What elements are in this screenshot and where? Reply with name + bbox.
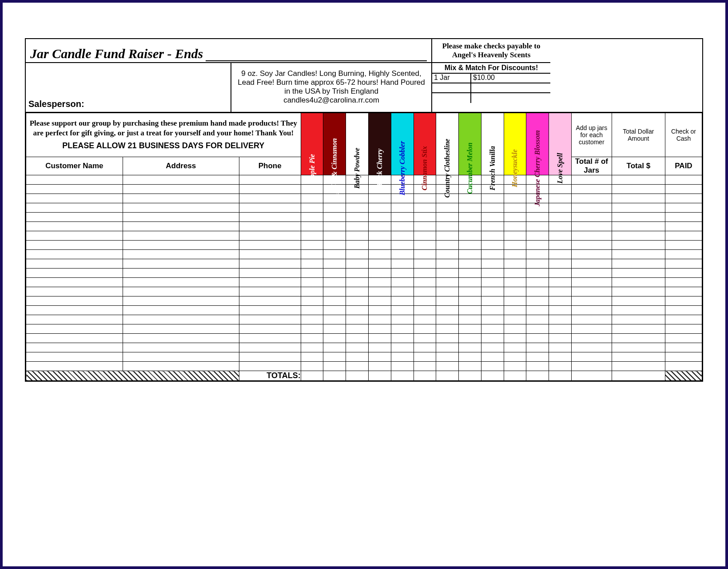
cell[interactable] xyxy=(436,315,459,324)
cell[interactable] xyxy=(301,306,323,315)
totals-cell[interactable] xyxy=(346,371,369,381)
totals-cell[interactable] xyxy=(612,371,665,381)
cell[interactable] xyxy=(526,296,549,306)
cell[interactable] xyxy=(26,185,123,194)
cell[interactable] xyxy=(504,213,526,222)
cell[interactable] xyxy=(571,278,612,287)
cell[interactable] xyxy=(665,296,702,306)
cell[interactable] xyxy=(301,241,323,250)
cell[interactable] xyxy=(346,334,369,343)
cell[interactable] xyxy=(481,278,504,287)
cell[interactable] xyxy=(504,287,526,296)
cell[interactable] xyxy=(239,334,301,343)
cell[interactable] xyxy=(571,306,612,315)
cell[interactable] xyxy=(481,324,504,334)
cell[interactable] xyxy=(436,269,459,278)
cell[interactable] xyxy=(26,222,123,231)
cell[interactable] xyxy=(549,213,572,222)
cell[interactable] xyxy=(301,315,323,324)
cell[interactable] xyxy=(26,315,123,324)
totals-cell[interactable] xyxy=(549,371,572,381)
cell[interactable] xyxy=(346,194,369,203)
table-row[interactable] xyxy=(26,315,702,324)
cell[interactable] xyxy=(481,250,504,259)
cell[interactable] xyxy=(549,352,572,362)
cell[interactable] xyxy=(549,315,572,324)
cell[interactable] xyxy=(459,213,481,222)
cell[interactable] xyxy=(239,343,301,352)
cell[interactable] xyxy=(323,203,346,213)
cell[interactable] xyxy=(346,213,369,222)
cell[interactable] xyxy=(123,222,239,231)
cell[interactable] xyxy=(571,203,612,213)
table-row[interactable] xyxy=(26,278,702,287)
cell[interactable] xyxy=(391,203,414,213)
cell[interactable] xyxy=(436,324,459,334)
cell[interactable] xyxy=(459,269,481,278)
cell[interactable] xyxy=(123,269,239,278)
table-row[interactable] xyxy=(26,343,702,352)
cell[interactable] xyxy=(414,278,436,287)
table-row[interactable] xyxy=(26,194,702,203)
cell[interactable] xyxy=(459,362,481,371)
cell[interactable] xyxy=(571,175,612,185)
table-row[interactable] xyxy=(26,222,702,231)
cell[interactable] xyxy=(368,278,391,287)
cell[interactable] xyxy=(323,306,346,315)
cell[interactable] xyxy=(239,231,301,241)
cell[interactable] xyxy=(665,259,702,269)
cell[interactable] xyxy=(549,278,572,287)
cell[interactable] xyxy=(481,259,504,269)
totals-cell[interactable] xyxy=(459,371,481,381)
cell[interactable] xyxy=(368,352,391,362)
cell[interactable] xyxy=(301,278,323,287)
cell[interactable] xyxy=(123,343,239,352)
cell[interactable] xyxy=(436,203,459,213)
cell[interactable] xyxy=(368,250,391,259)
cell[interactable] xyxy=(239,194,301,203)
cell[interactable] xyxy=(123,203,239,213)
cell[interactable] xyxy=(481,213,504,222)
cell[interactable] xyxy=(391,259,414,269)
cell[interactable] xyxy=(504,194,526,203)
cell[interactable] xyxy=(414,241,436,250)
cell[interactable] xyxy=(571,296,612,306)
cell[interactable] xyxy=(323,287,346,296)
cell[interactable] xyxy=(414,334,436,343)
cell[interactable] xyxy=(323,231,346,241)
cell[interactable] xyxy=(391,315,414,324)
cell[interactable] xyxy=(323,324,346,334)
cell[interactable] xyxy=(571,352,612,362)
totals-cell[interactable] xyxy=(391,371,414,381)
cell[interactable] xyxy=(549,269,572,278)
cell[interactable] xyxy=(612,334,665,343)
cell[interactable] xyxy=(391,306,414,315)
cell[interactable] xyxy=(526,362,549,371)
cell[interactable] xyxy=(665,306,702,315)
cell[interactable] xyxy=(26,278,123,287)
cell[interactable] xyxy=(571,334,612,343)
cell[interactable] xyxy=(301,343,323,352)
cell[interactable] xyxy=(665,278,702,287)
cell[interactable] xyxy=(26,287,123,296)
cell[interactable] xyxy=(26,203,123,213)
cell[interactable] xyxy=(391,231,414,241)
cell[interactable] xyxy=(571,241,612,250)
cell[interactable] xyxy=(391,278,414,287)
cell[interactable] xyxy=(391,362,414,371)
cell[interactable] xyxy=(123,278,239,287)
cell[interactable] xyxy=(436,287,459,296)
cell[interactable] xyxy=(346,278,369,287)
cell[interactable] xyxy=(368,269,391,278)
cell[interactable] xyxy=(123,315,239,324)
cell[interactable] xyxy=(301,352,323,362)
cell[interactable] xyxy=(368,203,391,213)
cell[interactable] xyxy=(459,250,481,259)
table-row[interactable] xyxy=(26,241,702,250)
cell[interactable] xyxy=(323,250,346,259)
cell[interactable] xyxy=(239,185,301,194)
cell[interactable] xyxy=(391,222,414,231)
cell[interactable] xyxy=(436,222,459,231)
cell[interactable] xyxy=(612,315,665,324)
cell[interactable] xyxy=(414,222,436,231)
